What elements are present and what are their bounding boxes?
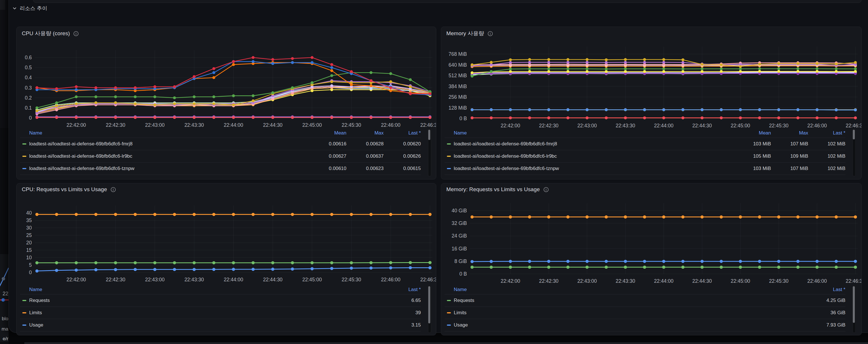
data-point (212, 71, 215, 74)
data-point (370, 261, 373, 264)
data-point (55, 87, 58, 90)
legend-column-header[interactable]: Max (346, 130, 383, 136)
x-axis-tick-label: 22:42:30 (539, 278, 559, 284)
legend-column-header[interactable]: Last * (383, 130, 421, 136)
series-name: Usage (454, 322, 468, 328)
x-axis-tick-label: 22:43:30 (616, 278, 635, 284)
data-point (153, 213, 156, 216)
legend-row[interactable]: Usage3.15 (20, 319, 421, 332)
panel-title[interactable]: CPU 사용량 (cores) (22, 30, 70, 37)
panel-title[interactable]: Memory 사용량 (446, 30, 484, 37)
panel-title[interactable]: CPU: Requests vs Limits vs Usage (22, 186, 107, 193)
data-point (35, 269, 39, 273)
data-point (55, 108, 58, 111)
data-point (471, 75, 473, 77)
legend-row[interactable]: loadtest-ai/loadtest-ai-defense-69bfb6df… (20, 162, 421, 175)
y-axis-tick-label: 8 GiB (454, 258, 467, 264)
data-point (232, 60, 235, 63)
data-point (643, 265, 646, 269)
background-legend-fragment: ma (1, 326, 8, 332)
data-point (585, 260, 589, 263)
data-point (682, 117, 684, 119)
legend-column-header-name[interactable]: Name (444, 287, 808, 292)
data-point (134, 87, 136, 89)
x-axis-tick-label: 22:44:00 (654, 278, 673, 284)
data-point (471, 117, 473, 119)
data-point (643, 67, 646, 70)
scrollbar-thumb[interactable] (428, 286, 430, 323)
data-point (291, 87, 294, 89)
legend-row[interactable]: loadtest-ai/loadtest-ai-defense-69bfb6df… (20, 138, 421, 150)
data-point (566, 67, 569, 70)
legend-column-header[interactable]: Mean (734, 130, 771, 136)
x-axis-tick-label: 22:45:30 (342, 122, 361, 128)
x-axis-tick-label: 22:44:30 (692, 278, 712, 284)
legend-table: NameMeanMaxLast *loadtest-ai/loadtest-ai… (444, 128, 845, 175)
legend-value: 103 MiB (734, 166, 771, 171)
info-icon[interactable] (488, 31, 493, 36)
legend-row[interactable]: Usage7.93 GiB (444, 319, 845, 332)
legend-row[interactable]: Limits39 (20, 307, 421, 319)
panel-title[interactable]: Memory: Requests vs Limits vs Usage (446, 186, 540, 193)
series-color-swatch (22, 324, 26, 326)
data-point (370, 79, 372, 82)
data-point (291, 213, 294, 216)
legend-column-header[interactable]: Last * (383, 287, 421, 292)
data-point (409, 261, 412, 264)
legend-column-header[interactable]: Mean (309, 130, 346, 136)
legend-scrollbar[interactable] (428, 285, 431, 333)
legend-column-header[interactable]: Last * (808, 287, 845, 292)
legend-scrollbar[interactable] (852, 285, 856, 333)
legend-row[interactable]: loadtest-ai/loadtest-ai-defense-69bfb6df… (444, 138, 845, 150)
data-point (114, 268, 117, 271)
data-point (370, 267, 373, 270)
section-row-header[interactable]: 리소스 추이 (12, 4, 47, 12)
legend-row[interactable]: Requests6.65 (20, 294, 421, 307)
series-name: loadtest-ai/loadtest-ai-defense-69bfb6df… (454, 153, 557, 159)
data-point (114, 101, 117, 104)
data-point (173, 268, 176, 271)
panel-memory-requests-limits-usage: Memory: Requests vs Limits vs Usage 0 B8… (441, 183, 862, 336)
info-icon[interactable] (544, 187, 549, 192)
y-axis-tick-label: 35 (26, 218, 32, 223)
legend-column-header[interactable]: Max (771, 130, 808, 136)
y-axis-tick-label: 40 (26, 210, 32, 216)
info-icon[interactable] (73, 31, 79, 36)
legend-scrollbar[interactable] (852, 129, 856, 176)
section-title: 리소스 추이 (20, 5, 47, 12)
legend-row[interactable]: Requests4.25 GiB (444, 294, 845, 307)
data-point (490, 260, 493, 263)
data-point (490, 117, 493, 119)
data-point (701, 63, 703, 66)
data-point (134, 102, 136, 105)
legend-column-header-name[interactable]: Name (20, 130, 309, 136)
legend-value: 36 GiB (808, 310, 845, 316)
data-point (643, 260, 646, 263)
legend-row[interactable]: loadtest-ai/loadtest-ai-defense-69bfb6df… (444, 150, 845, 162)
x-axis-tick-label: 22:43:30 (184, 277, 204, 282)
legend-column-header[interactable]: Last * (808, 130, 845, 136)
scrollbar-thumb[interactable] (853, 130, 855, 139)
legend-column-header-name[interactable]: Name (444, 130, 734, 136)
data-point (585, 265, 589, 269)
legend-row[interactable]: loadtest-ai/loadtest-ai-defense-69bfb6df… (20, 150, 421, 162)
legend-column-header-name[interactable]: Name (20, 287, 383, 292)
info-icon[interactable] (111, 187, 116, 192)
data-point (94, 101, 97, 104)
series-name-cell: Usage (444, 322, 808, 328)
data-point (252, 213, 255, 216)
data-point (566, 108, 569, 111)
legend-row[interactable]: loadtest-ai/loadtest-ai-defense-69bfb6df… (444, 162, 845, 175)
legend-value: 109 MiB (771, 153, 808, 159)
data-point (193, 213, 196, 216)
scrollbar-thumb[interactable] (428, 130, 430, 140)
legend-scrollbar[interactable] (428, 129, 431, 176)
series-color-swatch (447, 156, 451, 157)
data-point (94, 268, 97, 271)
data-point (739, 260, 742, 263)
data-point (153, 261, 156, 264)
legend-row[interactable]: Limits36 GiB (444, 307, 845, 319)
data-point (471, 64, 473, 66)
data-point (854, 260, 857, 263)
scrollbar-thumb[interactable] (853, 286, 855, 323)
